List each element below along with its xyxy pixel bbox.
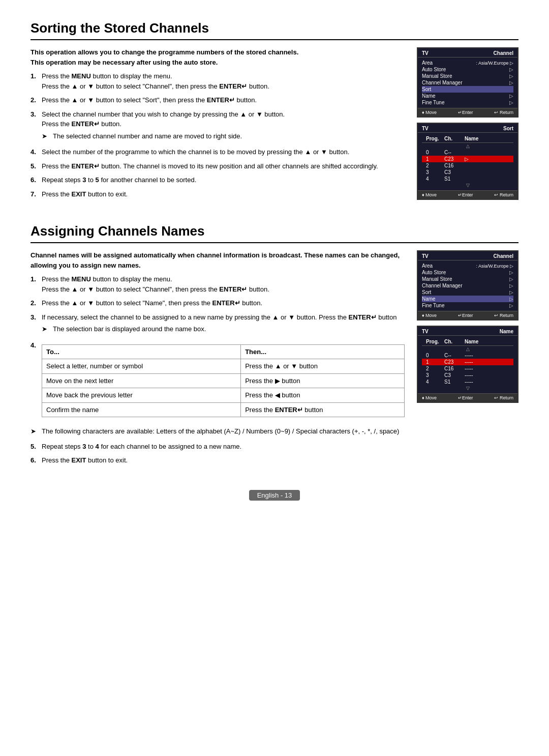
sorting-steps: 1. Press the MENU button to display the … xyxy=(30,71,405,199)
footer-enter2: ↵Enter xyxy=(458,192,473,197)
assigning-bottom-note: ➤ The following characters are available… xyxy=(30,426,405,437)
assigning-name-diagram: TV Name Prog. Ch. Name △ 0 C-- ----- xyxy=(417,326,518,403)
tv-label: TV xyxy=(422,50,429,56)
tv-label4: TV xyxy=(422,329,429,334)
table-header-to: To... xyxy=(42,344,241,359)
footer-move4: ♦ Move xyxy=(422,395,437,400)
assigning-step-6: 6. Press the EXIT button to exit. xyxy=(30,455,405,466)
channel-label: Channel xyxy=(494,50,513,56)
table-row: Move back the previous letter Press the … xyxy=(42,388,405,403)
channel-label2: Channel xyxy=(494,253,513,259)
tv-label3: TV xyxy=(422,253,429,259)
assigning-table: To... Then... Select a letter, number or… xyxy=(42,344,405,418)
sorting-intro1: This operation allows you to change the … xyxy=(30,47,405,67)
footer-enter: ↵Enter xyxy=(458,110,473,115)
footer-return2: ↩ Return xyxy=(494,192,513,197)
table-row: Select a letter, number or symbol Press … xyxy=(42,359,405,374)
sorting-diagrams: TV Channel Area: Asia/W.Europe ▷ Auto St… xyxy=(417,47,518,203)
assigning-step-4: 4. To... Then... Select a xyxy=(30,340,405,422)
sorting-step-6: 6. Repeat steps 3 to 5 for another chann… xyxy=(30,175,405,185)
sorting-title: Sorting the Stored Channels xyxy=(30,20,518,40)
sorting-content: This operation allows you to change the … xyxy=(30,47,518,203)
assigning-step-3: 3. If necessary, select the channel to b… xyxy=(30,312,405,336)
assigning-steps: 1. Press the MENU button to display the … xyxy=(30,274,405,421)
footer-move2: ♦ Move xyxy=(422,192,437,197)
footer-move3: ♦ Move xyxy=(422,313,437,318)
assigning-diagrams: TV Channel Area: Asia/W.Europe ▷ Auto St… xyxy=(417,250,518,470)
footer-enter4: ↵Enter xyxy=(458,395,473,400)
assigning-section: Assigning Channels Names Channel names w… xyxy=(30,223,518,470)
footer-badge: English - 13 xyxy=(249,490,300,501)
assigning-intro: Channel names will be assigned automatic… xyxy=(30,250,405,270)
footer-return4: ↩ Return xyxy=(494,395,513,400)
assigning-steps-after: 5. Repeat steps 3 to 4 for each channel … xyxy=(30,442,405,466)
footer-move: ♦ Move xyxy=(422,110,437,115)
sorting-step-5: 5. Press the ENTER↵ button. The channel … xyxy=(30,161,405,171)
tv-label2: TV xyxy=(422,126,429,131)
table-row: Confirm the name Press the ENTER↵ button xyxy=(42,402,405,417)
footer-enter3: ↵Enter xyxy=(458,313,473,318)
sorting-step-3: 3. Select the channel number that you wi… xyxy=(30,109,405,143)
footer-return3: ↩ Return xyxy=(494,313,513,318)
sorting-step-2: 2. Press the ▲ or ▼ button to select "So… xyxy=(30,95,405,105)
page-footer: English - 13 xyxy=(30,490,518,501)
assigning-step-1: 1. Press the MENU button to display the … xyxy=(30,274,405,294)
table-row: Move on the next letter Press the ▶ butt… xyxy=(42,373,405,388)
sorting-section: Sorting the Stored Channels This operati… xyxy=(30,20,518,203)
assigning-text: Channel names will be assigned automatic… xyxy=(30,250,405,470)
table-header-then: Then... xyxy=(241,344,405,359)
assigning-step-2: 2. Press the ▲ or ▼ button to select "Na… xyxy=(30,298,405,308)
sorting-text: This operation allows you to change the … xyxy=(30,47,405,203)
sorting-channel-menu-diagram: TV Channel Area: Asia/W.Europe ▷ Auto St… xyxy=(417,47,518,118)
sorting-step3-note: ➤ The selected channel number and name a… xyxy=(42,131,405,141)
sorting-step-1: 1. Press the MENU button to display the … xyxy=(30,71,405,91)
assigning-step3-note: ➤ The selection bar is displayed around … xyxy=(42,324,405,334)
name-label: Name xyxy=(500,329,513,334)
footer-return: ↩ Return xyxy=(494,110,513,115)
assigning-channel-menu-diagram: TV Channel Area: Asia/W.Europe ▷ Auto St… xyxy=(417,250,518,321)
assigning-title: Assigning Channels Names xyxy=(30,223,518,243)
assigning-content: Channel names will be assigned automatic… xyxy=(30,250,518,470)
assigning-step-5: 5. Repeat steps 3 to 4 for each channel … xyxy=(30,442,405,452)
sorting-step-7: 7. Press the EXIT button to exit. xyxy=(30,189,405,199)
sort-label: Sort xyxy=(503,126,513,131)
sorting-step-4: 4. Select the number of the programme to… xyxy=(30,147,405,157)
sorting-sort-diagram: TV Sort Prog. Ch. Name △ 0 C-- xyxy=(417,123,518,200)
